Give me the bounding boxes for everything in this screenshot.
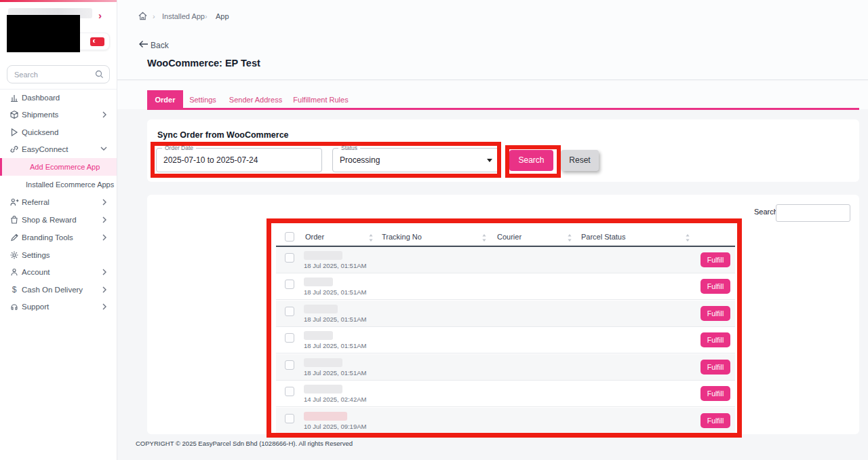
order-date: 18 Jul 2025, 01:51AM — [304, 315, 366, 323]
fulfill-button[interactable]: Fulfill — [701, 279, 730, 294]
nav-label: Branding Tools — [22, 233, 73, 242]
gear-icon — [9, 250, 19, 260]
select-all-checkbox[interactable] — [285, 232, 294, 242]
order-date: 18 Jul 2025, 01:51AM — [304, 369, 366, 377]
table-row: 18 Jul 2025, 01:51AM Fulfill — [276, 301, 735, 327]
sidebar-item-cash-on-delivery[interactable]: $ Cash On Delivery — [0, 284, 117, 298]
sync-order-heading: Sync Order from WooCommerce — [157, 130, 289, 140]
column-header-order[interactable]: Order — [305, 233, 324, 241]
row-checkbox[interactable] — [285, 280, 294, 289]
sidebar-item-installed-ecommerce-apps[interactable]: Installed Ecommerce Apps — [0, 176, 117, 193]
row-checkbox[interactable] — [285, 333, 294, 343]
row-checkbox[interactable] — [285, 387, 294, 396]
shipments-icon — [9, 110, 19, 119]
nav-label: Add Ecommerce App — [30, 163, 100, 171]
fulfill-button[interactable]: Fulfill — [701, 360, 730, 375]
fulfill-button[interactable]: Fulfill — [701, 332, 730, 347]
redacted-order-name — [304, 385, 342, 394]
home-icon[interactable] — [138, 11, 148, 21]
sidebar-divider — [0, 89, 117, 90]
chevron-right-icon — [102, 216, 107, 224]
breadcrumb-installed-app[interactable]: Installed App — [162, 12, 205, 20]
sidebar-item-referral[interactable]: Referral — [0, 196, 117, 210]
copyright-text: COPYRIGHT © 2025 EasyParcel Sdn Bhd (102… — [136, 440, 353, 447]
quicksend-icon — [9, 128, 19, 137]
order-date: 18 Jul 2025, 01:51AM — [304, 262, 366, 269]
redacted-order-name — [304, 331, 333, 340]
back-button[interactable]: Back — [151, 41, 169, 50]
status-label: Status — [338, 145, 360, 151]
sidebar-item-shop-reward[interactable]: Shop & Reward — [0, 214, 117, 228]
order-date-field[interactable]: Order Date 2025-07-10 to 2025-07-24 — [156, 148, 322, 172]
order-date: 18 Jul 2025, 01:51AM — [304, 288, 366, 296]
row-checkbox[interactable] — [285, 360, 294, 370]
column-header-courier[interactable]: Courier — [497, 233, 521, 241]
back-arrow-icon[interactable] — [138, 39, 149, 49]
sidebar-item-easyconnect[interactable]: EasyConnect — [0, 143, 117, 157]
dashboard-icon — [9, 93, 19, 102]
reset-button[interactable]: Reset — [561, 150, 599, 171]
row-checkbox[interactable] — [285, 307, 294, 316]
chevron-right-icon[interactable]: › — [98, 9, 102, 21]
sort-icon[interactable] — [685, 233, 690, 242]
nav-label: Shop & Reward — [22, 216, 77, 224]
nav-label: Settings — [22, 251, 50, 259]
fulfill-button[interactable]: Fulfill — [701, 386, 730, 401]
sort-icon[interactable] — [368, 233, 374, 242]
column-header-parcel-status[interactable]: Parcel Status — [581, 233, 625, 241]
chevron-down-icon — [100, 145, 107, 152]
nav-label: Dashboard — [22, 94, 60, 102]
table-search-input[interactable] — [776, 204, 850, 222]
sidebar-item-quicksend[interactable]: Quicksend — [0, 126, 117, 140]
table-row: 18 Jul 2025, 01:51AM Fulfill — [276, 327, 735, 353]
sidebar-search-input[interactable] — [14, 66, 94, 82]
nav-label: Installed Ecommerce Apps — [26, 180, 114, 189]
nav-label: Referral — [22, 198, 50, 206]
fulfill-button[interactable]: Fulfill — [701, 252, 730, 267]
order-date-value: 2025-07-10 to 2025-07-24 — [163, 155, 258, 165]
nav-label: EasyConnect — [22, 145, 68, 153]
chevron-right-icon — [102, 198, 107, 206]
sidebar-item-settings[interactable]: Settings — [0, 249, 117, 263]
tab-settings[interactable]: Settings — [188, 90, 218, 109]
order-date: 10 Jul 2025, 09:19AM — [304, 423, 366, 430]
tab-order[interactable]: Order — [147, 90, 183, 109]
sort-icon[interactable] — [481, 233, 487, 242]
search-icon — [95, 70, 104, 79]
search-button[interactable]: Search — [509, 150, 553, 171]
row-checkbox[interactable] — [285, 414, 294, 423]
nav-label: Quicksend — [22, 128, 58, 136]
status-select[interactable]: Status Processing — [332, 148, 500, 172]
brush-icon — [9, 233, 19, 242]
sidebar-item-shipments[interactable]: Shipments — [0, 109, 117, 123]
fulfill-button[interactable]: Fulfill — [701, 413, 730, 428]
sidebar-item-branding-tools[interactable]: Branding Tools — [0, 231, 117, 246]
nav-label: Cash On Delivery — [22, 286, 83, 294]
redacted-order-name — [304, 277, 333, 286]
row-checkbox[interactable] — [285, 253, 294, 263]
chevron-right-icon — [102, 286, 107, 294]
fulfill-button[interactable]: Fulfill — [701, 306, 730, 321]
country-flag-badge-icon — [90, 37, 104, 46]
table-header-row: Order Tracking No Courier Parcel Status — [276, 228, 735, 247]
sidebar-item-dashboard[interactable]: Dashboard — [0, 92, 117, 106]
order-date: 18 Jul 2025, 01:51AM — [304, 342, 366, 349]
sidebar-item-support[interactable]: Support — [0, 301, 117, 315]
tab-fulfillment-rules[interactable]: Fulfillment Rules — [292, 90, 350, 109]
referral-icon — [9, 197, 19, 207]
redacted-order-name — [304, 358, 342, 367]
sidebar-search — [7, 65, 110, 83]
nav-label: Account — [22, 268, 50, 276]
table-row: 18 Jul 2025, 01:51AM Fulfill — [276, 273, 735, 300]
column-header-tracking-no[interactable]: Tracking No — [382, 233, 422, 241]
breadcrumb-app[interactable]: App — [216, 12, 229, 20]
sidebar-item-add-ecommerce-app[interactable]: Add Ecommerce App — [0, 158, 117, 176]
easyparcel-app: › Dashboard Shipments Quicksend EasyConn… — [0, 0, 868, 460]
sidebar-item-account[interactable]: Account — [0, 266, 117, 280]
redacted-logo-block — [7, 15, 80, 52]
redacted-order-name — [304, 412, 347, 421]
chevron-right-icon — [102, 111, 107, 119]
sort-icon[interactable] — [567, 233, 572, 242]
order-date: 14 Jul 2025, 02:42AM — [304, 396, 366, 403]
tab-sender-address[interactable]: Sender Address — [229, 90, 283, 109]
